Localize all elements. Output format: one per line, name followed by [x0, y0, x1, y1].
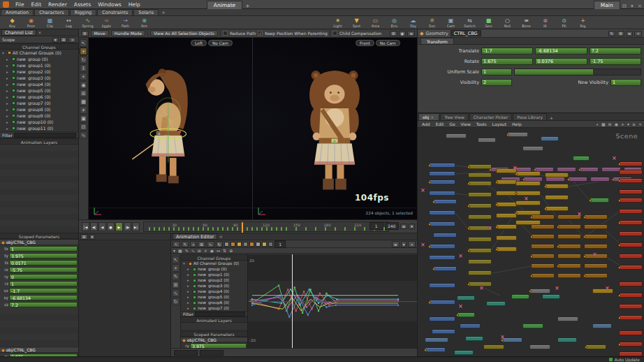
- network-tab-tree-view[interactable]: Tree View: [440, 113, 469, 120]
- shelf-tool-pose[interactable]: ◉Pose: [22, 16, 41, 29]
- node-flag-badge[interactable]: [515, 173, 518, 175]
- parameter-slider[interactable]: [514, 68, 641, 75]
- network-node[interactable]: [429, 283, 455, 288]
- tree-item[interactable]: ▸new_group1 (0): [181, 272, 247, 277]
- expander-icon[interactable]: ▾: [2, 51, 6, 55]
- transport-button[interactable]: ▶: [115, 222, 123, 231]
- network-toolbar-icon[interactable]: ◉: [614, 122, 619, 127]
- handle-tool-icon[interactable]: ⌖: [80, 73, 87, 80]
- network-node[interactable]: [465, 336, 483, 341]
- character-side-view[interactable]: [129, 46, 212, 211]
- parameter-field[interactable]: 1: [481, 68, 512, 75]
- network-node[interactable]: [619, 352, 643, 356]
- network-node[interactable]: [557, 224, 581, 229]
- network-node[interactable]: [531, 215, 555, 219]
- tree-item[interactable]: ▸new_group3 (0): [181, 283, 247, 289]
- expander-icon[interactable]: ▸: [6, 101, 10, 106]
- select-tool-icon[interactable]: ↖: [172, 256, 180, 263]
- bypass-flag-icon[interactable]: ×: [555, 286, 559, 291]
- network-node[interactable]: [619, 342, 643, 347]
- tree-item[interactable]: ▸new_group1 (0): [0, 62, 78, 68]
- network-node[interactable]: [468, 215, 492, 219]
- tree-item[interactable]: ▸new_group2 (0): [0, 68, 78, 75]
- node-flag-badge[interactable]: [495, 181, 498, 184]
- anim-mode-icon[interactable]: ⊕: [228, 248, 233, 253]
- handle-tool-icon[interactable]: ⌖: [172, 264, 180, 272]
- network-node[interactable]: [619, 304, 643, 309]
- transport-button[interactable]: ◀|: [90, 222, 98, 231]
- node-flag-badge[interactable]: [495, 203, 498, 206]
- tree-item[interactable]: ▸new_group (0): [0, 56, 78, 62]
- filter-input[interactable]: [14, 133, 76, 138]
- scope-icon[interactable]: ×: [68, 37, 76, 43]
- network-node[interactable]: [619, 242, 643, 247]
- expander-icon[interactable]: ▸: [6, 70, 10, 74]
- keyframe-tick[interactable]: [271, 227, 272, 231]
- network-node[interactable]: [454, 350, 474, 355]
- scoped-param-row[interactable]: ry3.975: [181, 342, 247, 348]
- node-flag-badge[interactable]: [428, 223, 431, 226]
- keyframe-tick[interactable]: [159, 227, 160, 231]
- expander-icon[interactable]: ▸: [6, 108, 10, 112]
- pane-menu-icon[interactable]: ⊞: [81, 31, 89, 36]
- parameter-field[interactable]: 1: [610, 79, 641, 86]
- scope-icon[interactable]: ▾: [52, 37, 59, 43]
- shelf-tool-fk[interactable]: ⊙FK: [555, 16, 573, 29]
- shelf-tool-area[interactable]: ▭Area: [366, 16, 385, 29]
- expander-icon[interactable]: ▸: [187, 278, 191, 282]
- shelf-tool-clip[interactable]: ▦Clip: [41, 16, 59, 29]
- anim-mode-icon[interactable]: ⇅: [222, 248, 227, 253]
- viewport-option-icon[interactable]: ⊞: [390, 31, 397, 36]
- network-node[interactable]: [619, 209, 643, 214]
- network-node[interactable]: [468, 192, 492, 197]
- desktop-tab-main[interactable]: Main: [594, 1, 620, 9]
- network-node[interactable]: [592, 324, 612, 328]
- keyframe-tick[interactable]: [251, 227, 253, 231]
- grid-icon[interactable]: ⊟: [80, 123, 87, 131]
- network-node[interactable]: [542, 294, 560, 299]
- node-flag-badge[interactable]: [618, 180, 621, 182]
- node-flag-badge[interactable]: [495, 248, 498, 251]
- network-node[interactable]: [531, 244, 555, 249]
- folder-tab-transform[interactable]: Transform: [420, 38, 454, 44]
- node-flag-badge[interactable]: [467, 166, 470, 168]
- child-compensation-checkbox[interactable]: [332, 31, 337, 36]
- network-node[interactable]: [429, 300, 455, 305]
- parameter-field[interactable]: -1.75: [590, 58, 641, 65]
- shelf-tool-switch[interactable]: ⇆Switch: [460, 16, 479, 29]
- window-control-icon[interactable]: ⊟: [620, 3, 629, 9]
- network-menu-help[interactable]: Help: [509, 122, 525, 126]
- network-menu-view[interactable]: View: [458, 122, 474, 126]
- anim-toolbar-icon[interactable]: ⌖: [190, 241, 196, 247]
- key-state-swatch[interactable]: [249, 242, 254, 247]
- expander-icon[interactable]: ▾: [183, 261, 187, 266]
- anim-footer-field[interactable]: [174, 350, 198, 356]
- anim-toolbar-icon[interactable]: ↖: [173, 241, 180, 247]
- node-flag-badge[interactable]: [583, 255, 586, 258]
- bypass-flag-icon[interactable]: ×: [513, 166, 518, 171]
- window-control-icon[interactable]: ▾: [629, 3, 636, 9]
- network-node[interactable]: [468, 248, 492, 253]
- network-node[interactable]: [429, 163, 455, 168]
- node-flag-badge[interactable]: [618, 222, 621, 224]
- node-flag-badge[interactable]: [515, 192, 518, 195]
- parameters-header-icon[interactable]: ⊞: [617, 31, 624, 36]
- shelf-tool-aim[interactable]: ⊕Aim: [135, 16, 154, 29]
- bypass-flag-icon[interactable]: ×: [524, 196, 529, 201]
- network-node[interactable]: [584, 273, 608, 278]
- parameter-field[interactable]: 0.0376: [535, 58, 587, 65]
- network-menu-go[interactable]: Go: [446, 122, 458, 126]
- anim-toolbar-icon[interactable]: ≡: [392, 241, 400, 247]
- network-node[interactable]: [619, 254, 643, 259]
- network-node[interactable]: [496, 180, 517, 184]
- key-state-swatch[interactable]: [230, 242, 235, 247]
- network-node[interactable]: [584, 234, 608, 239]
- anim-toolbar-icon[interactable]: ▾: [401, 241, 407, 247]
- node-flag-badge[interactable]: [557, 226, 559, 229]
- network-node[interactable]: [446, 133, 467, 138]
- transport-button[interactable]: ◀: [98, 222, 106, 231]
- menu-edit[interactable]: Edit: [28, 1, 45, 8]
- expander-icon[interactable]: ▸: [187, 289, 191, 294]
- network-node[interactable]: [433, 266, 457, 271]
- keyframe-tick[interactable]: [295, 227, 297, 231]
